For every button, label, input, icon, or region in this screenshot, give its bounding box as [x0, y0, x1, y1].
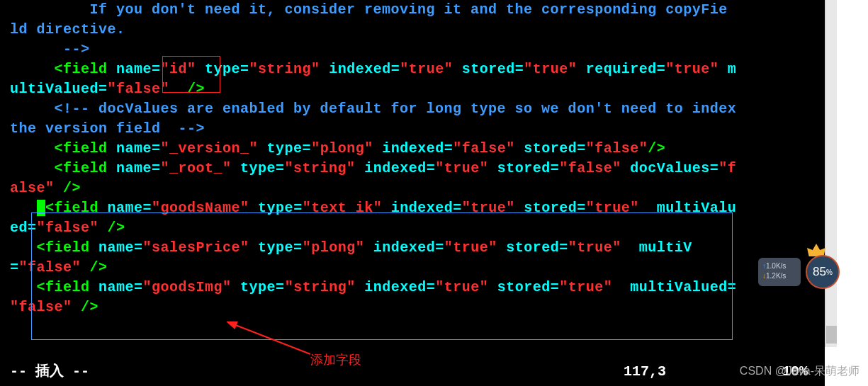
- comment-docvalues-wrap: the version field -->: [10, 120, 205, 137]
- field-salesprice-line: <field name="salesPrice" type="plong" in…: [10, 238, 815, 258]
- annotation-arrow-icon: [227, 319, 319, 358]
- field-root-line: <field name="_root_" type="string" index…: [10, 159, 815, 178]
- vim-mode: -- 插入 --: [10, 363, 89, 380]
- field-id-wrap: ultiValued="false" />: [10, 79, 815, 99]
- comment-text: ld directive.: [10, 21, 125, 38]
- field-version-line: <field name="_version_" type="plong" ind…: [10, 139, 815, 159]
- field-salesprice-wrap: ="false" />: [10, 258, 815, 278]
- field-goodsimg-wrap: "false" />: [10, 297, 815, 317]
- network-speed-widget[interactable]: 1.0K/s 1.2K/s: [758, 258, 801, 286]
- vim-status-bar: -- 插入 -- 117,3 10%: [10, 362, 815, 382]
- upload-speed: 1.0K/s: [762, 261, 796, 271]
- terminal-editor[interactable]: If you don't need it, consider removing …: [0, 0, 825, 386]
- vertical-scrollbar[interactable]: [825, 0, 837, 347]
- badge-value: 85: [813, 265, 826, 279]
- svg-line-0: [234, 324, 310, 354]
- badge-unit: %: [826, 268, 833, 276]
- percent-badge[interactable]: 85%: [806, 255, 840, 289]
- cursor: [37, 200, 46, 216]
- comment-text: If you don't need it, consider removing …: [10, 1, 728, 18]
- comment-docvalues: <!-- docValues are enabled by default fo…: [10, 101, 745, 117]
- field-id-line: <field name="id" type="string" indexed="…: [10, 59, 815, 79]
- vim-cursor-position: 117,3: [624, 362, 666, 382]
- field-goodsname-line: <field name="goodsName" type="text_ik" i…: [10, 198, 815, 218]
- field-root-wrap: alse" />: [10, 178, 815, 198]
- comment-end: -->: [10, 41, 90, 57]
- right-gutter: [837, 0, 868, 386]
- scrollbar-thumb[interactable]: [826, 326, 837, 344]
- download-speed: 1.2K/s: [762, 271, 796, 281]
- field-goodsname-wrap: ed="false" />: [10, 218, 815, 238]
- csdn-watermark: CSDN @Java-呆萌老师: [740, 364, 859, 379]
- field-goodsimg-line: <field name="goodsImg" type="string" ind…: [10, 278, 815, 297]
